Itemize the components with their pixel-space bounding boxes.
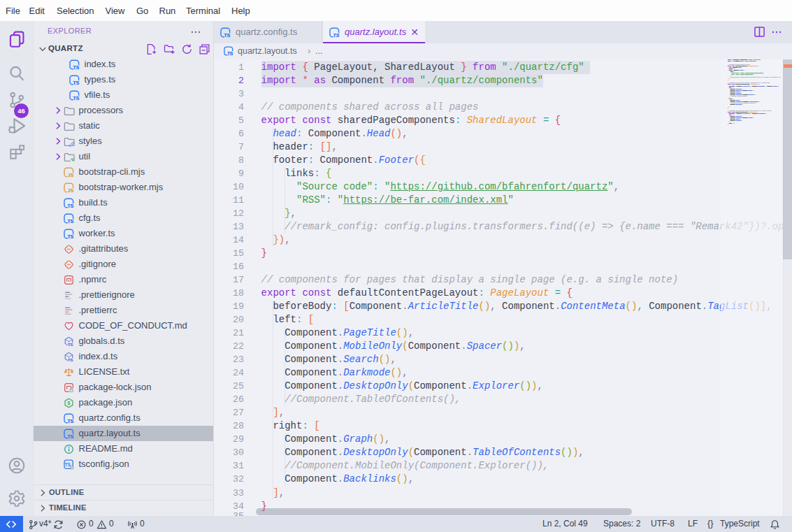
svg-text:TS: TS (67, 203, 73, 208)
svg-text:TS: TS (68, 357, 73, 361)
svg-text:JS: JS (67, 173, 73, 178)
svg-text:JS: JS (67, 188, 73, 193)
svg-text:TS: TS (64, 462, 71, 467)
svg-text:TS: TS (67, 434, 73, 439)
svg-text:TS: TS (67, 219, 73, 224)
svg-text:$: $ (67, 401, 70, 406)
svg-text:TS: TS (73, 80, 79, 85)
svg-text:TS: TS (224, 33, 231, 38)
svg-text:TS: TS (73, 96, 79, 101)
svg-text:TS: TS (67, 234, 73, 239)
svg-text:TS: TS (67, 419, 73, 424)
svg-text:TS: TS (73, 65, 79, 70)
svg-text:TS: TS (68, 342, 73, 346)
svg-text:TS: TS (333, 33, 340, 38)
svg-text:TS: TS (227, 51, 233, 56)
